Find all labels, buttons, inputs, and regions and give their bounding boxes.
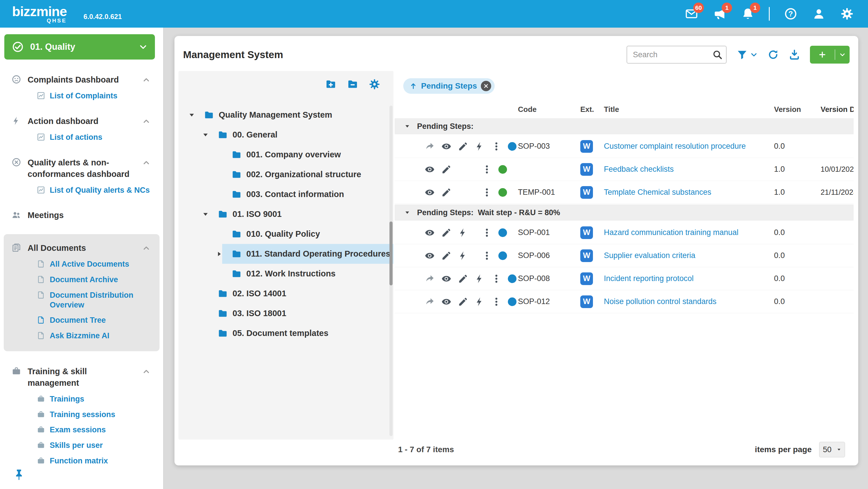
- doc-title-link[interactable]: Template Chemical substances: [604, 188, 771, 197]
- table-row[interactable]: SOP-003 W Customer complaint resolution …: [395, 135, 854, 158]
- word-file-icon[interactable]: W: [580, 295, 593, 308]
- sidebar-item-training-sessions[interactable]: Training sessions: [37, 410, 163, 420]
- app-logo[interactable]: bizzmine QHSE: [12, 5, 67, 23]
- table-row[interactable]: W Feedback checklists 1.0 10/01/2025: [395, 158, 854, 181]
- sidebar-item-list-of-quality-alerts[interactable]: List of Quality alerts & NCs: [37, 185, 163, 195]
- sidebar-item-trainings[interactable]: Trainings: [37, 394, 163, 404]
- announcements-button[interactable]: 1: [713, 7, 727, 21]
- column-header-ext[interactable]: Ext.: [580, 105, 604, 114]
- tree-item-011-standard-operating-procedures[interactable]: 011. Standard Operating Procedures: [179, 244, 394, 264]
- word-file-icon[interactable]: W: [580, 163, 593, 176]
- pencil-icon[interactable]: [458, 296, 468, 307]
- export-button[interactable]: [789, 49, 800, 60]
- collapse-section-button[interactable]: [143, 159, 150, 167]
- pencil-icon[interactable]: [441, 251, 452, 261]
- tree-item-05-document-templates[interactable]: 05. Document templates: [179, 323, 394, 343]
- lightning-icon[interactable]: [458, 251, 468, 261]
- table-row[interactable]: SOP-001 W Hazard communication training …: [395, 221, 854, 244]
- pin-sidebar-button[interactable]: [13, 468, 26, 482]
- add-button[interactable]: [810, 46, 849, 63]
- sidebar-item-ask-bizzmine-ai[interactable]: Ask Bizzmine AI: [37, 331, 159, 341]
- sidebar-item-exam-sessions[interactable]: Exam sessions: [37, 425, 163, 435]
- sidebar-item-document-archive[interactable]: Document Archive: [37, 275, 159, 285]
- tree-item-03-iso-18001[interactable]: 03. ISO 18001: [179, 304, 394, 323]
- eye-icon[interactable]: [441, 274, 452, 284]
- remove-folder-button[interactable]: [347, 79, 359, 90]
- filter-chip-pending-steps[interactable]: Pending Steps: [403, 78, 495, 94]
- collapse-section-button[interactable]: [143, 118, 150, 125]
- section-header-complaints[interactable]: Complaints Dashboard: [0, 74, 163, 85]
- group-header-pending-steps[interactable]: Pending Steps:: [395, 118, 854, 134]
- eye-icon[interactable]: [441, 141, 452, 152]
- eye-icon[interactable]: [425, 251, 435, 261]
- lightning-icon[interactable]: [474, 274, 485, 284]
- chip-close-button[interactable]: [481, 81, 491, 91]
- add-folder-button[interactable]: [325, 79, 337, 90]
- table-row[interactable]: TEMP-001 W Template Chemical substances …: [395, 181, 854, 204]
- doc-title-link[interactable]: Hazard communication training manual: [604, 228, 771, 237]
- sidebar-item-document-distribution-overview[interactable]: Document Distribution Overview: [37, 290, 159, 310]
- tree-item-00-general[interactable]: 00. General: [179, 125, 394, 145]
- column-header-code[interactable]: Code: [518, 105, 580, 114]
- word-file-icon[interactable]: W: [580, 186, 593, 199]
- add-button-main[interactable]: [810, 46, 835, 63]
- tree-item-01-iso-9001[interactable]: 01. ISO 9001: [179, 204, 394, 224]
- word-file-icon[interactable]: W: [580, 226, 593, 239]
- sidebar-item-document-tree[interactable]: Document Tree: [37, 316, 159, 325]
- pencil-icon[interactable]: [458, 141, 468, 152]
- tree-scrollbar-thumb[interactable]: [390, 222, 393, 285]
- notifications-button[interactable]: 1: [741, 7, 755, 21]
- pencil-icon[interactable]: [441, 164, 452, 175]
- tree-item-001-company-overview[interactable]: 001. Company overview: [179, 145, 394, 165]
- kebab-menu-icon[interactable]: [482, 187, 492, 198]
- pencil-icon[interactable]: [458, 274, 468, 284]
- caret-down-icon[interactable]: [188, 112, 195, 118]
- section-header-actions[interactable]: Action dashboard: [0, 115, 163, 127]
- column-header-version-date[interactable]: Version Date: [820, 105, 854, 114]
- tree-item-010-quality-policy[interactable]: 010. Quality Policy: [179, 224, 394, 244]
- pencil-icon[interactable]: [441, 187, 452, 198]
- tree-item-003-contact-information[interactable]: 003. Contact information: [179, 184, 394, 204]
- kebab-menu-icon[interactable]: [482, 164, 492, 175]
- caret-down-icon[interactable]: [202, 211, 209, 218]
- tree-item-012-work-instructions[interactable]: 012. Work Instructions: [179, 264, 394, 284]
- column-header-title[interactable]: Title: [604, 105, 774, 114]
- section-header-quality-alerts[interactable]: Quality alerts & non-conformances dashbo…: [0, 157, 163, 180]
- table-row[interactable]: SOP-012 W Noise pollution control standa…: [395, 290, 854, 313]
- lightning-icon[interactable]: [474, 296, 485, 307]
- kebab-menu-icon[interactable]: [482, 228, 492, 238]
- section-header-training[interactable]: Training & skill management: [0, 366, 163, 389]
- sidebar-item-list-of-complaints[interactable]: List of Complaints: [37, 91, 163, 101]
- search-input[interactable]: [626, 46, 726, 63]
- add-button-menu[interactable]: [835, 46, 849, 63]
- sidebar-item-all-active-documents[interactable]: All Active Documents: [37, 259, 159, 269]
- word-file-icon[interactable]: W: [580, 250, 593, 262]
- eye-icon[interactable]: [425, 187, 435, 198]
- collapse-section-button[interactable]: [143, 76, 150, 84]
- user-button[interactable]: [812, 7, 826, 21]
- collapse-section-button[interactable]: [143, 368, 150, 375]
- eye-icon[interactable]: [425, 228, 435, 238]
- items-per-page-select[interactable]: 50: [819, 442, 845, 457]
- word-file-icon[interactable]: W: [580, 272, 593, 285]
- tree-settings-button[interactable]: [369, 79, 380, 90]
- pencil-icon[interactable]: [441, 228, 452, 238]
- search-icon[interactable]: [712, 50, 722, 60]
- word-file-icon[interactable]: W: [580, 140, 593, 153]
- lightning-icon[interactable]: [458, 228, 468, 238]
- collapse-section-button[interactable]: [143, 244, 150, 252]
- kebab-menu-icon[interactable]: [482, 251, 492, 261]
- kebab-menu-icon[interactable]: [491, 274, 501, 284]
- tree-item-quality-management-system[interactable]: Quality Management System: [179, 105, 394, 125]
- sidebar-item-list-of-actions[interactable]: List of actions: [37, 133, 163, 142]
- tree-item-002-organizational-structure[interactable]: 002. Organizational structure: [179, 165, 394, 184]
- caret-right-icon[interactable]: [216, 251, 223, 257]
- forward-icon[interactable]: [425, 141, 435, 152]
- sidebar-item-function-matrix[interactable]: Function matrix: [37, 456, 163, 466]
- sidebar-item-skills-per-user[interactable]: Skills per user: [37, 441, 163, 451]
- mail-button[interactable]: 60: [684, 7, 699, 21]
- filter-button[interactable]: [736, 49, 757, 60]
- table-row[interactable]: SOP-008 W Incident reporting protocol 0.…: [395, 267, 854, 290]
- section-header-meetings[interactable]: Meetings: [0, 209, 163, 221]
- column-header-version[interactable]: Version: [774, 105, 820, 114]
